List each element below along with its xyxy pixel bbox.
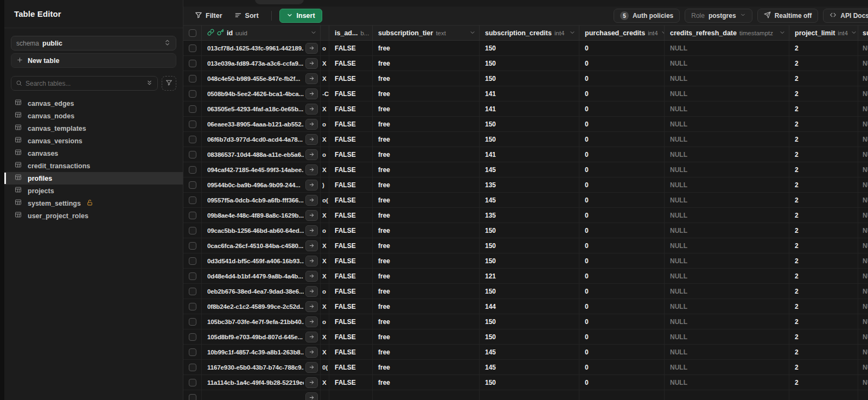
clipped-cell[interactable]: X [321, 269, 329, 283]
subscription-credits-cell[interactable]: 150 [480, 132, 579, 147]
purchased-credits-cell[interactable]: 0 [579, 147, 665, 162]
credits-refresh-date-cell[interactable]: NULL [665, 253, 789, 268]
is-admin-cell[interactable]: FALSE [329, 299, 373, 314]
purchased-credits-cell[interactable]: 0 [579, 314, 665, 329]
expand-row-button[interactable] [305, 134, 318, 145]
subscription-credits-cell[interactable]: 150 [480, 238, 579, 253]
project-limit-cell[interactable]: 2 [789, 314, 858, 329]
credits-refresh-date-cell[interactable]: NULL [665, 208, 789, 223]
credits-refresh-date-cell[interactable]: NULL [665, 238, 789, 253]
subscription-credits-cell[interactable]: 150 [480, 253, 579, 268]
project-limit-cell[interactable]: 2 [789, 132, 858, 147]
project-limit-cell[interactable]: 2 [789, 208, 858, 223]
sort-button[interactable]: Sort [229, 9, 264, 23]
row-checkbox[interactable] [189, 227, 196, 234]
column-header-id[interactable]: id uuid [202, 26, 321, 40]
purchased-credits-cell[interactable]: 0 [579, 117, 665, 131]
subscription-credits-cell[interactable]: 135 [480, 208, 579, 223]
purchased-credits-cell[interactable]: 0 [579, 177, 665, 192]
project-limit-cell[interactable]: 2 [789, 101, 858, 116]
expand-row-button[interactable] [305, 225, 318, 236]
sidebar-item-canvas_versions[interactable]: canvas_versions [4, 135, 183, 147]
clipped-right-cell[interactable]: NULL [858, 329, 868, 344]
project-limit-cell[interactable]: 2 [789, 375, 858, 390]
clipped-right-cell[interactable]: NULL [858, 117, 868, 131]
row-checkbox[interactable] [189, 196, 196, 204]
project-limit-cell[interactable]: 2 [789, 329, 858, 344]
clipped-cell[interactable]: -C [321, 86, 329, 101]
clipped-cell[interactable]: X [321, 253, 329, 268]
id-cell[interactable]: 08386537-10d4-488a-a11e-eb5a6... [202, 147, 321, 162]
api-docs-button[interactable]: API Docs [823, 9, 868, 23]
subscription-tier-cell[interactable]: free [373, 41, 480, 55]
is-admin-cell[interactable]: FALSE [329, 193, 373, 207]
credits-refresh-date-cell[interactable]: NULL [665, 223, 789, 238]
project-limit-cell[interactable]: 2 [789, 360, 858, 374]
subscription-credits-cell[interactable]: 121 [480, 269, 579, 283]
row-checkbox[interactable] [189, 242, 196, 250]
purchased-credits-cell[interactable]: 0 [579, 375, 665, 390]
expand-row-button[interactable] [305, 301, 318, 312]
clipped-right-cell[interactable]: NULL [858, 269, 868, 283]
clipped-right-cell[interactable]: NULL [858, 193, 868, 207]
subscription-credits-cell[interactable]: 145 [480, 360, 579, 374]
clipped-cell[interactable]: X [321, 375, 329, 390]
is-admin-cell[interactable]: FALSE [329, 101, 373, 116]
is-admin-cell[interactable]: FALSE [329, 238, 373, 253]
id-cell[interactable]: 1167e930-e5b0-43b7-b74c-788c9... [202, 360, 321, 374]
expand-row-button[interactable] [305, 316, 318, 327]
sidebar-item-canvas_edges[interactable]: canvas_edges [4, 97, 183, 110]
purchased-credits-cell[interactable]: 0 [579, 253, 665, 268]
schema-select[interactable]: schema public [11, 36, 176, 50]
clipped-cell[interactable]: o [321, 117, 329, 131]
purchased-credits-cell[interactable]: 0 [579, 193, 665, 207]
credits-refresh-date-cell[interactable]: NULL [665, 375, 789, 390]
column-header-purchased-credits[interactable]: purchased_credits int4 [579, 26, 665, 40]
subscription-credits-cell[interactable]: 141 [480, 101, 579, 116]
is-admin-cell[interactable]: FALSE [329, 329, 373, 344]
subscription-tier-cell[interactable]: free [373, 177, 480, 192]
expand-row-button[interactable] [305, 164, 318, 175]
project-limit-cell[interactable] [789, 390, 858, 400]
sidebar-filter-button[interactable] [162, 76, 176, 91]
project-limit-cell[interactable]: 2 [789, 269, 858, 283]
sidebar-item-profiles[interactable]: profiles [4, 172, 183, 185]
chevrons-double-down-icon[interactable] [146, 79, 153, 88]
row-checkbox[interactable] [189, 90, 196, 98]
subscription-tier-cell[interactable]: free [373, 345, 480, 359]
purchased-credits-cell[interactable]: 0 [579, 299, 665, 314]
subscription-credits-cell[interactable]: 150 [480, 71, 579, 86]
purchased-credits-cell[interactable]: 0 [579, 360, 665, 374]
search-tables-input[interactable] [25, 80, 143, 87]
project-limit-cell[interactable]: 2 [789, 162, 858, 177]
expand-row-button[interactable] [305, 256, 318, 266]
id-cell[interactable] [202, 390, 321, 400]
column-header-credits-refresh-date[interactable]: credits_refresh_date timestamptz [665, 26, 789, 40]
is-admin-cell[interactable]: FALSE [329, 177, 373, 192]
row-checkbox[interactable] [189, 151, 196, 158]
role-select-button[interactable]: Role postgres [685, 9, 752, 23]
project-limit-cell[interactable]: 2 [789, 284, 858, 299]
subscription-credits-cell[interactable]: 150 [480, 375, 579, 390]
expand-row-button[interactable] [305, 377, 318, 388]
is-admin-cell[interactable]: FALSE [329, 86, 373, 101]
subscription-tier-cell[interactable] [373, 390, 480, 400]
column-header-subscription-credits[interactable]: subscription_credits int4 [480, 26, 579, 40]
is-admin-cell[interactable]: FALSE [329, 269, 373, 283]
row-checkbox[interactable] [189, 45, 196, 52]
clipped-right-cell[interactable]: NULL [858, 253, 868, 268]
is-admin-cell[interactable]: FALSE [329, 284, 373, 299]
is-admin-cell[interactable]: FALSE [329, 223, 373, 238]
subscription-tier-cell[interactable]: free [373, 284, 480, 299]
project-limit-cell[interactable]: 2 [789, 299, 858, 314]
credits-refresh-date-cell[interactable]: NULL [665, 147, 789, 162]
subscription-tier-cell[interactable]: free [373, 299, 480, 314]
subscription-tier-cell[interactable]: free [373, 117, 480, 131]
clipped-cell[interactable]: o [321, 147, 329, 162]
credits-refresh-date-cell[interactable]: NULL [665, 284, 789, 299]
project-limit-cell[interactable]: 2 [789, 41, 858, 55]
insert-button[interactable]: Insert [279, 9, 322, 23]
id-cell[interactable]: 094caf42-7185-4e45-99f3-14abee... [202, 162, 321, 177]
purchased-credits-cell[interactable]: 0 [579, 71, 665, 86]
subscription-credits-cell[interactable]: 145 [480, 162, 579, 177]
